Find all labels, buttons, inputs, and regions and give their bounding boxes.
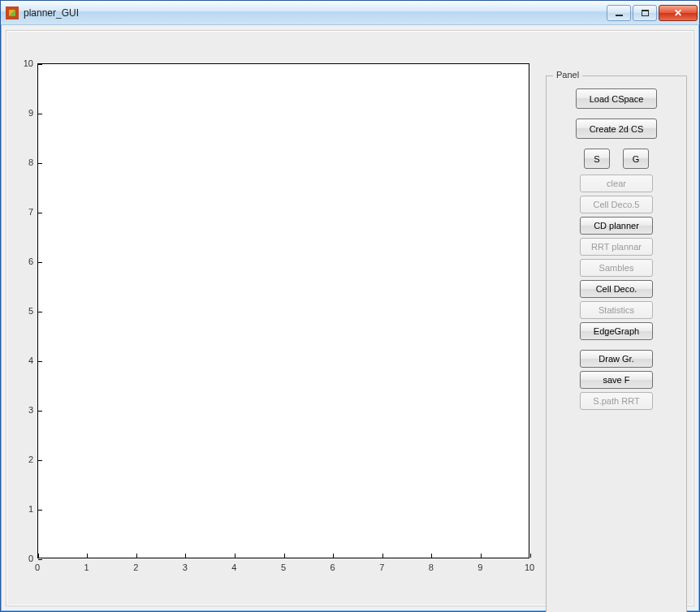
y-tick-label: 0: [9, 554, 33, 563]
y-tick: [38, 460, 42, 461]
axes[interactable]: [37, 63, 529, 558]
y-tick: [38, 213, 42, 213]
y-tick-label: 3: [9, 405, 33, 415]
y-tick-label: 4: [9, 356, 33, 365]
x-tick-label: 5: [281, 562, 286, 572]
titlebar: planner_GUI ✕: [1, 1, 699, 25]
y-tick-label: 2: [9, 455, 33, 464]
x-tick-label: 4: [231, 562, 236, 572]
clear-button: clear: [580, 175, 653, 192]
y-tick: [38, 510, 42, 511]
statistics-button: Statistics: [580, 301, 653, 319]
s-button[interactable]: S: [584, 149, 610, 169]
sg-row: S G: [558, 149, 675, 169]
y-tick-label: 7: [9, 207, 33, 217]
close-button[interactable]: ✕: [659, 5, 698, 21]
x-tick-label: 7: [379, 562, 384, 572]
save-f-button[interactable]: save F: [580, 371, 653, 389]
edgegraph-button[interactable]: EdgeGraph: [580, 322, 653, 340]
cell-deco-button[interactable]: Cell Deco.: [580, 280, 653, 298]
x-tick-label: 3: [183, 562, 188, 572]
y-tick: [38, 559, 42, 560]
panel-body: Load CSpace Create 2d CS S G clear Cell …: [547, 76, 686, 418]
window-buttons: ✕: [605, 5, 698, 21]
y-tick: [38, 114, 42, 114]
x-tick: [382, 554, 383, 558]
x-tick-label: 9: [477, 562, 482, 572]
minimize-button[interactable]: [607, 5, 631, 21]
y-tick: [38, 163, 42, 164]
draw-gr-button[interactable]: Draw Gr.: [580, 350, 653, 368]
g-button[interactable]: G: [623, 149, 649, 169]
y-tick-label: 5: [9, 306, 33, 316]
client-area: 012345678910012345678910 Panel Load CSpa…: [6, 30, 694, 606]
x-tick: [235, 554, 235, 558]
x-tick-label: 2: [133, 562, 138, 572]
minimize-icon: [616, 15, 623, 16]
x-tick: [431, 554, 432, 558]
s-path-rrt-button: S.path RRT: [580, 392, 653, 410]
window-title: planner_GUI: [24, 7, 605, 19]
x-tick: [333, 554, 334, 558]
x-tick: [284, 554, 285, 558]
y-tick: [38, 64, 42, 65]
x-tick-label: 10: [525, 562, 534, 572]
x-tick: [530, 554, 531, 558]
sambles-button: Sambles: [580, 259, 653, 277]
x-tick: [136, 554, 137, 558]
cd-planner-button[interactable]: CD planner: [580, 217, 653, 235]
x-tick: [481, 554, 482, 558]
cell-deco-5-button: Cell Deco.5: [580, 196, 653, 213]
y-tick: [38, 312, 42, 312]
x-tick: [87, 554, 88, 558]
y-tick-label: 8: [9, 157, 33, 167]
x-tick-label: 0: [35, 562, 40, 572]
rrt-plannar-button: RRT plannar: [580, 238, 653, 256]
y-tick-label: 9: [9, 108, 33, 118]
panel-title: Panel: [553, 70, 582, 80]
maximize-button[interactable]: [633, 5, 657, 21]
close-icon: ✕: [674, 7, 682, 19]
side-panel: Panel Load CSpace Create 2d CS S G clear…: [546, 75, 687, 612]
app-window: planner_GUI ✕ 012345678910012345678910 P…: [0, 0, 700, 612]
y-tick: [38, 361, 42, 362]
maximize-icon: [642, 10, 649, 16]
x-tick: [38, 554, 39, 558]
y-tick: [38, 262, 42, 263]
y-tick-label: 6: [9, 256, 33, 266]
x-tick: [185, 554, 186, 558]
create-2d-cs-button[interactable]: Create 2d CS: [576, 119, 657, 139]
load-cspace-button[interactable]: Load CSpace: [576, 88, 657, 109]
y-tick-label: 10: [9, 58, 33, 68]
x-tick-label: 1: [84, 562, 89, 572]
x-tick-label: 8: [429, 562, 434, 572]
plot-area: 012345678910012345678910: [13, 63, 533, 612]
y-tick: [38, 411, 42, 412]
app-icon: [6, 6, 19, 19]
y-tick-label: 1: [9, 504, 33, 514]
x-tick-label: 6: [331, 562, 335, 572]
